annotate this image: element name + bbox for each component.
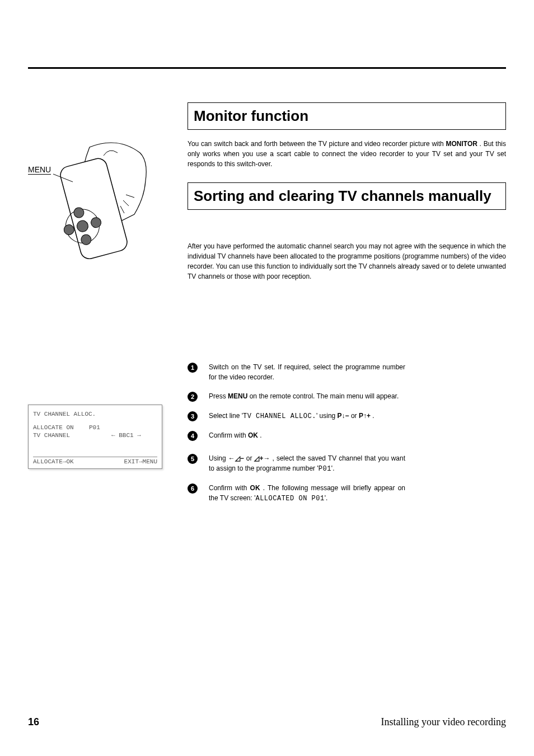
right-column: Monitor function You can switch back and…: [188, 102, 506, 513]
section-box-monitor: Monitor function: [188, 102, 506, 130]
step-text: Using ←◿− or ◿+→ , select the saved TV c…: [209, 453, 405, 474]
remote-control-illustration: MENU: [28, 130, 171, 259]
page-footer: 16 Installing your video recording: [28, 716, 506, 728]
step-6: 6 Confirm with OK . The following messag…: [188, 483, 405, 504]
step-1: 1 Switch on the TV set. If required, sel…: [188, 362, 405, 382]
osd-divider: [33, 457, 157, 457]
menu-callout-label: MENU: [28, 165, 51, 174]
osd-row-tvchannel: TV CHANNEL ← BBC1 →: [33, 432, 157, 439]
section-title-monitor: Monitor function: [194, 107, 500, 125]
osd-title: TV CHANNEL ALLOC.: [33, 411, 157, 417]
step-5: 5 Using ←◿− or ◿+→ , select the saved TV…: [188, 453, 405, 474]
osd-footer: ALLOCATE→OK EXIT→MENU: [33, 458, 157, 465]
osd-row-allocate: ALLOCATE ON P01: [33, 424, 157, 431]
page-number: 16: [28, 716, 39, 728]
step-number-badge: 6: [188, 483, 198, 494]
sorting-paragraph: After you have performed the automatic c…: [188, 241, 506, 281]
step-number-badge: 1: [188, 363, 198, 373]
step-text: Press MENU on the remote control. The ma…: [209, 391, 399, 401]
horizontal-rule: [28, 67, 506, 69]
step-3: 3 Select line 'TV CHANNEL ALLOC.' using …: [188, 411, 405, 421]
step-number-badge: 3: [188, 411, 198, 421]
section-title-sorting: Sorting and clearing TV channels manuall…: [194, 187, 500, 205]
step-number-badge: 5: [188, 454, 198, 464]
step-text: Switch on the TV set. If required, selec…: [209, 362, 405, 382]
footer-title: Installing your video recording: [381, 716, 506, 728]
left-column: MENU: [28, 102, 171, 513]
step-number-badge: 2: [188, 392, 198, 402]
step-text: Select line 'TV CHANNEL ALLOC.' using P↓…: [209, 411, 374, 421]
content-container: MENU: [28, 102, 506, 513]
section-box-sorting: Sorting and clearing TV channels manuall…: [188, 182, 506, 210]
step-text: Confirm with OK . The following message …: [209, 483, 405, 504]
step-4: 4 Confirm with OK .: [188, 430, 405, 441]
step-number-badge: 4: [188, 431, 198, 441]
steps-list: 1 Switch on the TV set. If required, sel…: [188, 362, 506, 504]
osd-screen-box: TV CHANNEL ALLOC. ALLOCATE ON P01 TV CHA…: [28, 405, 162, 469]
step-text: Confirm with OK .: [209, 430, 262, 440]
remote-hand-drawing: [28, 130, 171, 259]
step-2: 2 Press MENU on the remote control. The …: [188, 391, 405, 402]
monitor-paragraph: You can switch back and forth between th…: [188, 139, 506, 169]
